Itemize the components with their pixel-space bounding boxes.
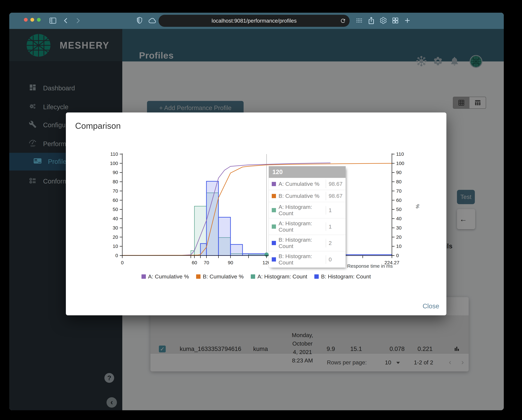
svg-text:100: 100 xyxy=(396,161,404,166)
address-bar[interactable]: localhost:9081/performance/profiles xyxy=(159,15,350,27)
svg-text:60: 60 xyxy=(396,197,401,203)
tooltip-row: B: Histogram: Count0 xyxy=(269,251,345,268)
svg-text:80: 80 xyxy=(396,179,401,184)
keypad-grid-icon[interactable] xyxy=(355,17,363,24)
svg-text:60: 60 xyxy=(113,197,118,203)
svg-text:40: 40 xyxy=(113,216,118,221)
tooltip-row: A: Histogram: Count1 xyxy=(269,218,345,235)
svg-text:70: 70 xyxy=(204,260,209,265)
legend-label: B: Histogram: Count xyxy=(321,273,371,280)
svg-text:20: 20 xyxy=(113,234,118,240)
svg-text:100: 100 xyxy=(110,161,118,166)
chart-legend: A: Cumulative % B: Cumulative % A: Histo… xyxy=(66,273,446,280)
comparison-modal: Comparison 00101020203030404050506060707… xyxy=(66,112,446,315)
x-axis-label: Response time in ms xyxy=(347,263,393,269)
svg-text:110: 110 xyxy=(110,151,118,157)
svg-text:80: 80 xyxy=(113,179,118,184)
tooltip-row: A: Cumulative %98.67 xyxy=(269,178,345,190)
svg-text:10: 10 xyxy=(113,243,118,249)
right-axis-label: % xyxy=(415,204,420,209)
legend-label: A: Histogram: Count xyxy=(257,273,307,280)
settings-gear-icon[interactable] xyxy=(379,17,387,24)
svg-text:60: 60 xyxy=(192,260,197,265)
tooltip-swatch xyxy=(272,225,276,229)
svg-text:30: 30 xyxy=(396,225,401,231)
svg-text:90: 90 xyxy=(228,260,233,265)
legend-swatch xyxy=(251,274,255,279)
sidebar-toggle-icon[interactable] xyxy=(49,17,57,25)
svg-text:50: 50 xyxy=(396,207,401,212)
legend-item-b-histogram[interactable]: B: Histogram: Count xyxy=(314,273,371,280)
tooltip-title: 120 xyxy=(269,166,345,178)
tab-overview-icon[interactable] xyxy=(392,17,399,24)
close-window-button[interactable] xyxy=(24,18,28,22)
tooltip-row: B: Cumulative %98.67 xyxy=(269,190,345,202)
svg-text:0: 0 xyxy=(396,253,399,258)
url-text: localhost:9081/performance/profiles xyxy=(212,18,297,24)
svg-text:0: 0 xyxy=(121,260,124,265)
svg-text:110: 110 xyxy=(396,151,404,157)
cloud-extension-icon[interactable] xyxy=(148,17,156,25)
tooltip-row: A: Histogram: Count1 xyxy=(269,202,345,218)
zoom-window-button[interactable] xyxy=(37,18,41,22)
svg-text:10: 10 xyxy=(396,243,401,249)
svg-text:90: 90 xyxy=(113,170,118,175)
tooltip-swatch xyxy=(272,194,276,198)
minimize-window-button[interactable] xyxy=(31,18,34,22)
reload-icon[interactable] xyxy=(340,18,346,24)
legend-item-a-histogram[interactable]: A: Histogram: Count xyxy=(251,273,307,280)
back-icon[interactable] xyxy=(62,17,70,25)
legend-item-b-cumulative[interactable]: B: Cumulative % xyxy=(196,273,244,280)
tooltip-swatch xyxy=(272,182,276,186)
forward-icon[interactable] xyxy=(74,17,82,25)
close-modal-button[interactable]: Close xyxy=(423,302,439,310)
browser-window: localhost:9081/performance/profiles Prof… xyxy=(9,13,504,410)
modal-title: Comparison xyxy=(75,121,121,131)
legend-label: A: Cumulative % xyxy=(148,273,189,280)
tooltip-swatch xyxy=(272,241,276,245)
legend-swatch xyxy=(141,274,146,279)
legend-item-a-cumulative[interactable]: A: Cumulative % xyxy=(141,273,189,280)
svg-text:90: 90 xyxy=(396,170,401,175)
shield-extension-icon[interactable] xyxy=(136,17,143,24)
browser-toolbar: localhost:9081/performance/profiles xyxy=(9,13,504,29)
tooltip-swatch xyxy=(272,208,276,212)
new-tab-plus-icon[interactable] xyxy=(403,17,411,24)
svg-text:70: 70 xyxy=(396,188,401,194)
svg-text:70: 70 xyxy=(113,188,118,194)
svg-text:40: 40 xyxy=(396,216,401,221)
legend-swatch xyxy=(314,274,319,279)
svg-text:0: 0 xyxy=(115,253,118,258)
svg-text:50: 50 xyxy=(113,207,118,212)
share-icon[interactable] xyxy=(367,17,375,24)
tooltip-swatch xyxy=(272,257,276,262)
legend-label: B: Cumulative % xyxy=(203,273,244,280)
svg-text:30: 30 xyxy=(113,225,118,231)
tooltip-row: B: Histogram: Count2 xyxy=(269,235,345,251)
chart-tooltip: 120 A: Cumulative %98.67 B: Cumulative %… xyxy=(269,166,346,268)
legend-swatch xyxy=(196,274,200,279)
svg-text:20: 20 xyxy=(396,234,401,240)
